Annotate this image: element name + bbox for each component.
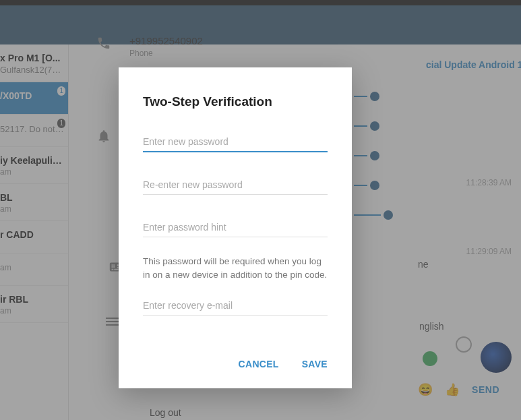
password-hint-input[interactable] bbox=[143, 218, 328, 237]
save-button[interactable]: SAVE bbox=[302, 359, 328, 369]
cancel-button[interactable]: CANCEL bbox=[239, 359, 279, 369]
new-password-input[interactable] bbox=[143, 132, 328, 152]
two-step-verification-modal: Two-Step Verification This password will… bbox=[119, 67, 352, 388]
reenter-password-input[interactable] bbox=[143, 175, 328, 195]
modal-title: Two-Step Verification bbox=[143, 94, 328, 109]
recovery-email-input[interactable] bbox=[143, 296, 328, 316]
modal-help-text: This password will be required when you … bbox=[143, 255, 328, 281]
